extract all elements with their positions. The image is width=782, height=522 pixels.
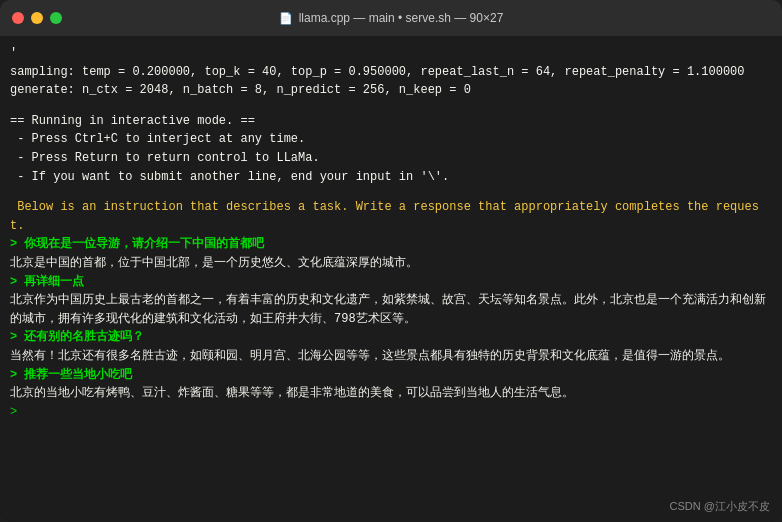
terminal-line: 北京作为中国历史上最古老的首都之一，有着丰富的历史和文化遗产，如紫禁城、故宫、天…: [10, 291, 772, 328]
traffic-lights: [12, 12, 62, 24]
terminal-line: Below is an instruction that describes a…: [10, 198, 772, 235]
terminal-line: sampling: temp = 0.200000, top_k = 40, t…: [10, 63, 772, 82]
terminal-line: - Press Return to return control to LLaM…: [10, 149, 772, 168]
terminal-line: > 推荐一些当地小吃吧: [10, 366, 772, 385]
terminal-line: >: [10, 403, 772, 422]
terminal-line: - If you want to submit another line, en…: [10, 168, 772, 187]
terminal-line: > 你现在是一位导游，请介绍一下中国的首都吧: [10, 235, 772, 254]
terminal-line: ': [10, 44, 772, 63]
terminal-window: 📄 llama.cpp — main • serve.sh — 90×27 's…: [0, 0, 782, 522]
terminal-line: 北京的当地小吃有烤鸭、豆汁、炸酱面、糖果等等，都是非常地道的美食，可以品尝到当地…: [10, 384, 772, 403]
terminal-line: 北京是中国的首都，位于中国北部，是一个历史悠久、文化底蕴深厚的城市。: [10, 254, 772, 273]
titlebar: 📄 llama.cpp — main • serve.sh — 90×27: [0, 0, 782, 36]
terminal-line: > 再详细一点: [10, 273, 772, 292]
terminal-body[interactable]: 'sampling: temp = 0.200000, top_k = 40, …: [0, 36, 782, 522]
terminal-line: - Press Ctrl+C to interject at any time.: [10, 130, 772, 149]
window-title: 📄 llama.cpp — main • serve.sh — 90×27: [279, 11, 504, 25]
terminal-line: 当然有！北京还有很多名胜古迹，如颐和园、明月宫、北海公园等等，这些景点都具有独特…: [10, 347, 772, 366]
maximize-button[interactable]: [50, 12, 62, 24]
terminal-line: == Running in interactive mode. ==: [10, 112, 772, 131]
file-icon: 📄: [279, 12, 293, 25]
minimize-button[interactable]: [31, 12, 43, 24]
terminal-line: generate: n_ctx = 2048, n_batch = 8, n_p…: [10, 81, 772, 100]
title-label: llama.cpp — main • serve.sh — 90×27: [299, 11, 504, 25]
terminal-line: [10, 186, 772, 198]
terminal-line: [10, 100, 772, 112]
close-button[interactable]: [12, 12, 24, 24]
watermark: CSDN @江小皮不皮: [670, 499, 770, 514]
terminal-line: > 还有别的名胜古迹吗？: [10, 328, 772, 347]
